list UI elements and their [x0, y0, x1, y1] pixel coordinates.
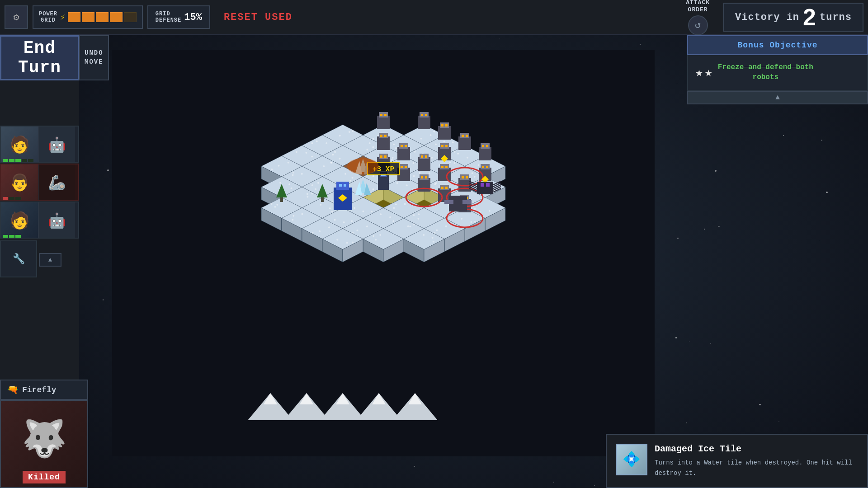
left-panel: End Turn UNDO MOVE 🧑 🤖: [0, 35, 79, 277]
victory-number: 2: [803, 5, 816, 29]
hp-dot: [9, 235, 14, 238]
lightning-icon: ⚡: [60, 12, 65, 22]
power-bar-1: [68, 12, 80, 22]
hp-dot: [15, 159, 21, 162]
game-canvas[interactable]: [112, 50, 655, 456]
enemy-creature-icon: 🐺: [5, 405, 83, 474]
tile-info-panel: 💠 Damaged Ice Tile Turns into a Water ti…: [606, 434, 868, 488]
unit-card-2[interactable]: 👨 🦾: [0, 164, 79, 201]
grid-defense-label: GRIDDEFENSE: [156, 11, 181, 23]
firefly-icon: 🔫: [7, 384, 19, 395]
undo-move-button[interactable]: UNDO MOVE: [79, 35, 109, 80]
attack-order-label: ATTACKORDER: [686, 0, 710, 14]
hp-dot: [22, 159, 27, 162]
expand-icon: ▲: [48, 256, 52, 263]
attack-order-icon[interactable]: ↺: [688, 15, 708, 35]
hp-dot: [15, 235, 21, 238]
unit-card-1[interactable]: 🧑 🤖: [0, 126, 79, 163]
grid-defense-value: 15%: [184, 12, 202, 23]
small-unit-icon: 🔧: [13, 253, 25, 265]
game-board[interactable]: [79, 18, 687, 488]
unit-1-hp: [3, 159, 33, 162]
unit-1-robot: 🤖: [38, 127, 75, 163]
hp-dot: [9, 159, 14, 162]
tile-icon-symbol: 💠: [623, 450, 641, 469]
unit-3-portrait: 🧑: [1, 202, 38, 239]
end-turn-button[interactable]: End Turn: [0, 35, 79, 80]
attack-order-section: ATTACKORDER ↺: [686, 0, 710, 35]
tile-icon: 💠: [616, 444, 647, 475]
grid-defense-section: GRIDDEFENSE 15%: [147, 5, 210, 29]
unit-1-portrait: 🧑: [1, 127, 38, 163]
gear-icon: ⚙: [13, 11, 19, 23]
end-turn-label: End Turn: [6, 38, 73, 77]
hp-dot: [9, 197, 14, 200]
star-1: ★: [695, 65, 703, 80]
hp-dot: [3, 235, 8, 238]
power-bars: [68, 12, 137, 22]
hp-dot: [3, 159, 8, 162]
power-grid-section: POWERGRID ⚡: [33, 5, 143, 29]
unit-3-robot: 🤖: [38, 202, 75, 239]
enemy-portrait: 🐺 Killed: [0, 400, 88, 488]
victory-suffix: turns: [820, 12, 852, 23]
power-bar-2: [82, 12, 94, 22]
expand-button[interactable]: ▲: [39, 253, 61, 267]
gear-button[interactable]: ⚙: [5, 5, 28, 29]
hp-dot: [28, 159, 33, 162]
tile-description: Turns into a Water tile when destroyed. …: [655, 458, 858, 478]
victory-section: Victory in 2 turns: [723, 3, 863, 32]
objective-text: Freeze and defend bothrobots: [718, 62, 813, 83]
unit-2-robot: 🦾: [38, 164, 75, 201]
hp-dot: [15, 197, 21, 200]
power-bar-5: [124, 12, 137, 22]
unit-2-hp: [3, 197, 21, 200]
killed-badge: Killed: [23, 471, 66, 483]
unit-card-small[interactable]: 🔧: [0, 240, 37, 277]
unit-3-hp: [3, 235, 21, 238]
scroll-up-button[interactable]: ▲: [687, 91, 868, 104]
star-2: ★: [705, 65, 712, 80]
tile-info-text: Damaged Ice Tile Turns into a Water tile…: [655, 444, 858, 478]
power-bar-3: [96, 12, 108, 22]
reset-used-label: RESET USED: [224, 12, 292, 23]
power-grid-label: POWERGRID: [39, 11, 57, 24]
bonus-objective-body: ★ ★ Freeze and defend bothrobots: [687, 55, 868, 91]
stars-row: ★ ★: [695, 65, 712, 80]
firefly-label-bar: 🔫 Firefly: [0, 380, 88, 400]
victory-prefix: Victory in: [735, 12, 799, 23]
top-bar: ⚙ POWERGRID ⚡ GRIDDEFENSE 15% RESET USED…: [0, 0, 868, 35]
unit-card-3[interactable]: 🧑 🤖: [0, 202, 79, 239]
unit-list: 🧑 🤖 👨: [0, 126, 79, 277]
tile-title: Damaged Ice Tile: [655, 444, 858, 454]
unit-2-portrait: 👨: [1, 164, 38, 201]
undo-move-label: UNDO MOVE: [85, 49, 104, 66]
power-bar-4: [110, 12, 123, 22]
bonus-objective-header: Bonus Objective: [687, 35, 868, 55]
firefly-name: Firefly: [22, 385, 57, 394]
scroll-up-icon: ▲: [775, 94, 780, 102]
bottom-left-panel: 🔫 Firefly 🐺 Killed: [0, 380, 88, 488]
hp-dot: [3, 197, 8, 200]
right-panel: Bonus Objective ★ ★ Freeze and defend bo…: [687, 35, 868, 104]
